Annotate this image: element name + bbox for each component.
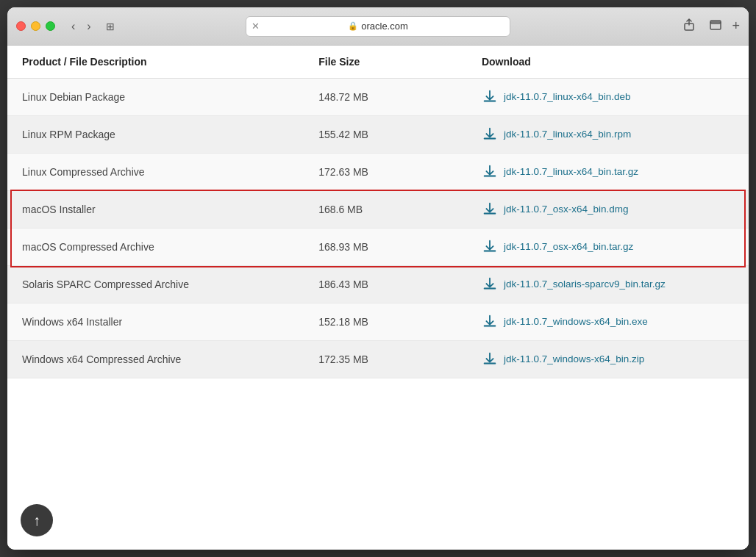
maximize-button[interactable]: [46, 21, 55, 31]
download-cell: jdk-11.0.7_linux-x64_bin.tar.gz: [467, 154, 749, 191]
size-cell: 155.42 MB: [304, 116, 467, 154]
product-cell: macOS Installer: [7, 191, 304, 229]
browser-window: ‹ › ⊞ 🔒 oracle.com ✕ +: [7, 7, 749, 550]
download-icon: [482, 314, 498, 330]
download-link[interactable]: jdk-11.0.7_osx-x64_bin.dmg: [482, 201, 734, 218]
svg-rect-9: [484, 326, 496, 328]
download-icon: [482, 239, 498, 255]
table-row: Windows x64 Installer 152.18 MB jdk-11.0…: [7, 303, 749, 341]
download-cell: jdk-11.0.7_osx-x64_bin.dmg: [467, 191, 749, 229]
forward-button[interactable]: ›: [82, 18, 95, 35]
download-link[interactable]: jdk-11.0.7_linux-x64_bin.deb: [482, 89, 734, 105]
toolbar-right: +: [679, 17, 740, 36]
size-cell: 172.35 MB: [304, 341, 467, 378]
close-tab-x[interactable]: ✕: [252, 21, 260, 32]
download-cell: jdk-11.0.7_solaris-sparcv9_bin.tar.gz: [467, 266, 749, 303]
table-header-row: Product / File Description File Size Dow…: [7, 46, 749, 79]
product-cell: Windows x64 Installer: [7, 303, 304, 341]
up-arrow-icon: ↑: [33, 512, 40, 529]
filename-label: jdk-11.0.7_osx-x64_bin.tar.gz: [504, 240, 633, 254]
product-cell: Linux Compressed Archive: [7, 154, 304, 191]
layout-button[interactable]: ⊞: [101, 19, 119, 34]
header-download: Download: [467, 46, 749, 79]
download-link[interactable]: jdk-11.0.7_linux-x64_bin.tar.gz: [482, 164, 734, 180]
download-icon: [482, 276, 498, 292]
download-link[interactable]: jdk-11.0.7_osx-x64_bin.tar.gz: [482, 239, 734, 255]
address-bar[interactable]: 🔒 oracle.com ✕: [246, 16, 510, 37]
download-table: Product / File Description File Size Dow…: [7, 46, 749, 378]
table-row: Linux Compressed Archive 172.63 MB jdk-1…: [7, 154, 749, 191]
nav-buttons: ‹ ›: [67, 18, 96, 35]
download-icon: [482, 126, 498, 143]
table-row: macOS Compressed Archive 168.93 MB jdk-1…: [7, 229, 749, 266]
size-cell: 152.18 MB: [304, 303, 467, 341]
share-button[interactable]: [679, 17, 699, 36]
download-cell: jdk-11.0.7_windows-x64_bin.zip: [467, 341, 749, 378]
minimize-button[interactable]: [31, 21, 40, 31]
download-icon: [482, 351, 498, 367]
url-display: oracle.com: [361, 21, 408, 32]
svg-rect-6: [484, 213, 496, 215]
fullscreen-button[interactable]: [705, 17, 726, 36]
filename-label: jdk-11.0.7_solaris-sparcv9_bin.tar.gz: [504, 278, 666, 292]
lock-icon: 🔒: [348, 21, 358, 31]
download-cell: jdk-11.0.7_osx-x64_bin.tar.gz: [467, 229, 749, 266]
close-button[interactable]: [16, 21, 26, 31]
filename-label: jdk-11.0.7_linux-x64_bin.rpm: [504, 128, 631, 142]
new-tab-button[interactable]: +: [732, 18, 740, 34]
size-cell: 172.63 MB: [304, 154, 467, 191]
table-row: macOS Installer 168.6 MB jdk-11.0.7_osx-…: [7, 191, 749, 229]
product-cell: Solaris SPARC Compressed Archive: [7, 266, 304, 303]
content-area[interactable]: Product / File Description File Size Dow…: [7, 46, 749, 550]
download-link[interactable]: jdk-11.0.7_linux-x64_bin.rpm: [482, 126, 734, 143]
product-cell: Windows x64 Compressed Archive: [7, 341, 304, 378]
download-icon: [482, 164, 498, 180]
download-link[interactable]: jdk-11.0.7_windows-x64_bin.zip: [482, 351, 734, 367]
table-row: Linux Debian Package 148.72 MB jdk-11.0.…: [7, 79, 749, 116]
download-link[interactable]: jdk-11.0.7_solaris-sparcv9_bin.tar.gz: [482, 276, 734, 292]
table-wrapper: Product / File Description File Size Dow…: [7, 46, 749, 378]
download-icon: [482, 201, 498, 218]
size-cell: 168.93 MB: [304, 229, 467, 266]
filename-label: jdk-11.0.7_windows-x64_bin.zip: [504, 353, 644, 367]
traffic-lights: [16, 21, 55, 31]
svg-rect-7: [484, 251, 496, 253]
download-icon: [482, 89, 498, 105]
svg-rect-4: [484, 138, 496, 140]
titlebar: ‹ › ⊞ 🔒 oracle.com ✕ +: [7, 7, 749, 46]
header-size: File Size: [304, 46, 467, 79]
product-cell: Linux Debian Package: [7, 79, 304, 116]
download-cell: jdk-11.0.7_linux-x64_bin.deb: [467, 79, 749, 116]
size-cell: 168.6 MB: [304, 191, 467, 229]
header-product: Product / File Description: [7, 46, 304, 79]
download-link[interactable]: jdk-11.0.7_windows-x64_bin.exe: [482, 314, 734, 330]
back-button[interactable]: ‹: [67, 18, 79, 35]
filename-label: jdk-11.0.7_osx-x64_bin.dmg: [504, 203, 629, 217]
svg-rect-5: [484, 176, 496, 178]
filename-label: jdk-11.0.7_linux-x64_bin.tar.gz: [504, 165, 638, 179]
svg-rect-10: [484, 363, 496, 365]
filename-label: jdk-11.0.7_linux-x64_bin.deb: [504, 90, 631, 104]
scroll-to-top-button[interactable]: ↑: [21, 504, 53, 536]
product-cell: Linux RPM Package: [7, 116, 304, 154]
table-row: Windows x64 Compressed Archive 172.35 MB…: [7, 341, 749, 378]
product-cell: macOS Compressed Archive: [7, 229, 304, 266]
download-cell: jdk-11.0.7_windows-x64_bin.exe: [467, 303, 749, 341]
filename-label: jdk-11.0.7_windows-x64_bin.exe: [504, 315, 648, 329]
size-cell: 148.72 MB: [304, 79, 467, 116]
table-row: Solaris SPARC Compressed Archive 186.43 …: [7, 266, 749, 303]
download-cell: jdk-11.0.7_linux-x64_bin.rpm: [467, 116, 749, 154]
table-row: Linux RPM Package 155.42 MB jdk-11.0.7_l…: [7, 116, 749, 154]
svg-rect-8: [484, 288, 496, 290]
svg-rect-3: [484, 101, 496, 103]
size-cell: 186.43 MB: [304, 266, 467, 303]
